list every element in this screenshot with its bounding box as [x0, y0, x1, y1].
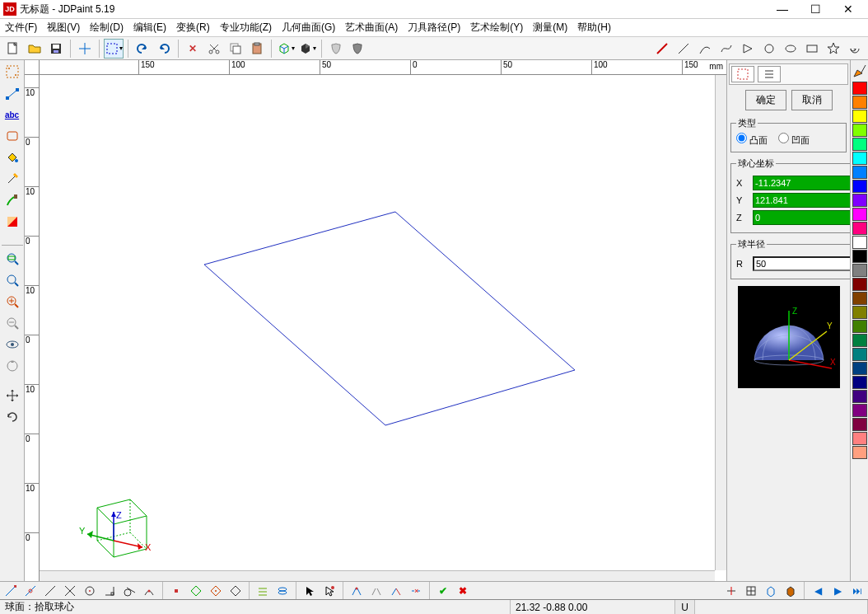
ffwd-icon[interactable]: ⏭: [848, 583, 866, 599]
menu-file[interactable]: 文件(F): [0, 19, 42, 36]
color-swatch[interactable]: [852, 96, 867, 109]
crosshair-toggle[interactable]: [75, 39, 95, 59]
shield2-button[interactable]: [348, 39, 367, 59]
tool-rounded-rect[interactable]: [2, 126, 22, 146]
color-swatch[interactable]: [852, 390, 867, 403]
color-swatch[interactable]: [852, 320, 867, 333]
tool-gradient[interactable]: [2, 212, 22, 232]
open-file-button[interactable]: [25, 39, 44, 59]
menu-transform[interactable]: 变换(R): [171, 19, 215, 36]
vertical-scrollbar[interactable]: [715, 75, 726, 570]
color-swatch[interactable]: [852, 292, 867, 305]
color-swatch[interactable]: [852, 152, 867, 165]
color-swatch[interactable]: [852, 348, 867, 361]
color-swatch[interactable]: [852, 404, 867, 417]
tool-node-edit[interactable]: [2, 83, 22, 103]
panel-tab-list-icon[interactable]: [758, 66, 781, 82]
redo-button[interactable]: [154, 39, 174, 59]
menu-help[interactable]: 帮助(H): [572, 19, 616, 36]
view-eye-button[interactable]: [2, 335, 22, 354]
color-swatch[interactable]: [852, 194, 867, 207]
close-button[interactable]: ✕: [832, 0, 865, 18]
menu-edit[interactable]: 编辑(E): [128, 19, 171, 36]
refresh-view-button[interactable]: [2, 407, 22, 427]
check-icon[interactable]: ✔: [434, 583, 452, 599]
status-u-button[interactable]: U: [675, 600, 695, 614]
box3d-button[interactable]: [276, 39, 296, 59]
snap-line-icon[interactable]: [41, 583, 59, 599]
menu-artsurface[interactable]: 艺术曲面(A): [340, 19, 403, 36]
color-swatch[interactable]: [852, 432, 867, 445]
radio-concave[interactable]: 凹面: [778, 135, 810, 145]
zoom-in-button[interactable]: [2, 292, 22, 312]
cursor-move-icon[interactable]: [320, 583, 338, 599]
snap-nearest-icon[interactable]: [140, 583, 158, 599]
color-swatch[interactable]: [852, 376, 867, 389]
color-swatch[interactable]: [852, 166, 867, 179]
tool-paint-bucket[interactable]: [2, 148, 22, 167]
tool-text[interactable]: abc: [2, 105, 22, 124]
connect1-icon[interactable]: [348, 583, 366, 599]
draw-curve-icon[interactable]: [716, 39, 736, 59]
color-swatch[interactable]: [852, 278, 867, 291]
snap-diamond-icon[interactable]: [226, 583, 245, 599]
copy-button[interactable]: [226, 39, 245, 59]
cut-button[interactable]: [204, 39, 224, 59]
color-swatch[interactable]: [852, 362, 867, 375]
snap-perp-icon[interactable]: [100, 583, 119, 599]
undo-button[interactable]: [133, 39, 152, 59]
prev-op-icon[interactable]: ◀: [809, 583, 827, 599]
maximize-button[interactable]: ☐: [799, 0, 832, 18]
snap-tangent-icon[interactable]: [120, 583, 138, 599]
break-icon[interactable]: ×: [407, 583, 425, 599]
next-op-icon[interactable]: ▶: [828, 583, 847, 599]
layer-lines-icon[interactable]: [254, 583, 272, 599]
panel-tab-object-icon[interactable]: [731, 66, 754, 82]
color-swatch[interactable]: [852, 138, 867, 151]
draw-spiral-icon[interactable]: [845, 39, 865, 59]
snap-intersection-icon[interactable]: [61, 583, 79, 599]
snap-node-icon[interactable]: [167, 583, 185, 599]
tool-select-rect[interactable]: [2, 62, 22, 82]
color-swatch[interactable]: [852, 180, 867, 193]
zoom-out-button[interactable]: [2, 313, 22, 333]
draw-circle-icon[interactable]: [759, 39, 779, 59]
layer-stack-icon[interactable]: [273, 583, 292, 599]
axis-toggle-icon[interactable]: [722, 583, 740, 599]
draw-line-icon[interactable]: [674, 39, 693, 59]
color-swatch[interactable]: [852, 250, 867, 263]
wireframe-icon[interactable]: [742, 583, 760, 599]
tool-brush[interactable]: [2, 190, 22, 210]
ok-button[interactable]: 确定: [745, 90, 786, 110]
menu-special[interactable]: 专业功能(Z): [215, 19, 277, 36]
minimize-button[interactable]: —: [766, 0, 799, 18]
pan-button[interactable]: [2, 386, 22, 405]
zoom-window-button[interactable]: [2, 270, 22, 290]
horizontal-scrollbar[interactable]: [40, 570, 715, 582]
grid-icon[interactable]: [762, 583, 780, 599]
paste-button[interactable]: [247, 39, 267, 59]
menu-artdraw[interactable]: 艺术绘制(Y): [465, 19, 528, 36]
cancel-button[interactable]: 取消: [791, 90, 833, 110]
color-swatch[interactable]: [852, 236, 867, 249]
menu-view[interactable]: 视图(V): [42, 19, 85, 36]
tool-edit-point[interactable]: [2, 169, 22, 189]
color-swatch[interactable]: [852, 306, 867, 319]
menu-draw[interactable]: 绘制(D): [85, 19, 128, 36]
draw-star-icon[interactable]: [824, 39, 843, 59]
draw-dot-icon[interactable]: [652, 39, 672, 59]
connect2-icon[interactable]: [367, 583, 385, 599]
color-swatch[interactable]: [852, 82, 867, 95]
draw-arc-icon[interactable]: [695, 39, 715, 59]
solid-icon[interactable]: [782, 583, 800, 599]
zoom-extents-button[interactable]: [2, 249, 22, 269]
color-picker-launch-icon[interactable]: [852, 63, 867, 78]
menu-toolpath[interactable]: 刀具路径(P): [403, 19, 465, 36]
radio-convex[interactable]: 凸面: [736, 135, 768, 145]
view-rotate-button[interactable]: [2, 356, 22, 376]
save-file-button[interactable]: [46, 39, 66, 59]
color-swatch[interactable]: [852, 222, 867, 235]
connect3-icon[interactable]: [387, 583, 405, 599]
color-swatch[interactable]: [852, 208, 867, 221]
color-swatch[interactable]: [852, 446, 867, 459]
